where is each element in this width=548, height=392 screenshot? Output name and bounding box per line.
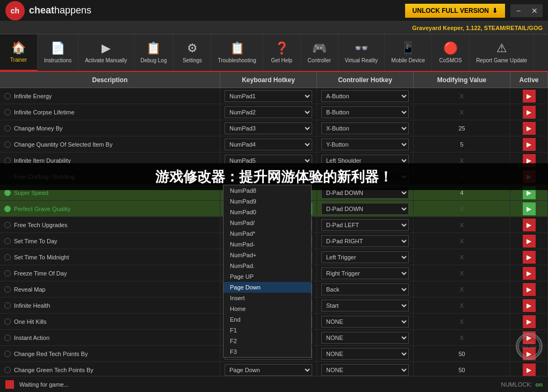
nav-controller-label: Controller: [308, 57, 331, 64]
activate-button[interactable]: ▶: [523, 315, 536, 328]
row-active: ▶: [510, 136, 548, 152]
controller-select[interactable]: D-Pad RIGHT: [321, 235, 409, 247]
overlay-text: 游戏修改器：提升网游体验的新利器！: [155, 168, 393, 186]
nav-mobile[interactable]: 📱 Mobile Device: [385, 34, 432, 71]
keyboard-select[interactable]: Page Down: [225, 364, 312, 376]
unlock-button[interactable]: UNLOCK FULL VERSION ⬇: [405, 4, 505, 18]
activate-button[interactable]: ▶: [523, 235, 536, 248]
row-active: ▶: [510, 201, 548, 216]
activate-button[interactable]: ▶: [523, 299, 536, 312]
minimize-button[interactable]: −: [510, 4, 527, 17]
activate-button[interactable]: ▶: [523, 267, 536, 280]
nav-troubleshoot[interactable]: 📋 Troubleshooting: [211, 34, 263, 71]
row-value: X: [414, 201, 510, 216]
nav-controller[interactable]: 🎮 Controller: [301, 34, 338, 71]
nav-report[interactable]: ⚠ Report Game Update: [470, 34, 534, 71]
dropdown-item[interactable]: NumPad/: [223, 217, 311, 228]
nav-mobile-label: Mobile Device: [391, 57, 425, 64]
status-dot: [4, 238, 11, 244]
activate-button[interactable]: ▶: [523, 364, 536, 376]
controller-select[interactable]: Start: [321, 300, 409, 311]
controller-select[interactable]: NONE: [321, 348, 409, 360]
table-row: Infinite Energy NumPad1 A-Button X ▶: [0, 88, 548, 104]
row-value: 25: [414, 120, 510, 136]
activate-button[interactable]: ▶: [523, 251, 536, 264]
close-button[interactable]: ✕: [527, 4, 543, 17]
dropdown-item[interactable]: Page UP: [223, 271, 311, 282]
activate-button[interactable]: ▶: [523, 90, 536, 103]
dropdown-item[interactable]: F3: [223, 346, 311, 357]
col-modifying: Modifying Value: [414, 72, 510, 88]
nav-gethelp[interactable]: ❓ Get Help: [263, 34, 301, 71]
nav-debug[interactable]: 📋 Debug Log: [134, 34, 174, 71]
dropdown-item[interactable]: NumPad*: [223, 228, 311, 239]
dropdown-item[interactable]: NumPad-: [223, 239, 311, 250]
dropdown-item[interactable]: End: [223, 314, 311, 325]
table-row: Change Green Tech Points By Page Down NO…: [0, 362, 548, 376]
doc-icon: 📄: [51, 41, 65, 55]
dropdown-item[interactable]: NumPad.: [223, 260, 311, 271]
controller-select[interactable]: X-Button: [321, 122, 409, 134]
controller-select[interactable]: NONE: [321, 332, 409, 344]
row-controller: D-Pad LEFT: [317, 217, 414, 233]
row-controller: Back: [317, 281, 414, 297]
table-row: Change Money By NumPad3 X-Button 25 ▶: [0, 120, 548, 136]
status-indicator: [5, 380, 14, 389]
activate-button[interactable]: ▶: [523, 283, 536, 296]
top-right-area: UNLOCK FULL VERSION ⬇ − ✕: [405, 4, 543, 18]
dropdown-item[interactable]: F1: [223, 325, 311, 336]
controller-select[interactable]: Left Trigger: [321, 251, 409, 263]
row-desc: Set Time To Day: [0, 233, 220, 249]
top-bar: ch cheathappens UNLOCK FULL VERSION ⬇ − …: [0, 0, 548, 21]
dropdown-item[interactable]: NumPad8: [223, 185, 311, 196]
controller-select[interactable]: D-Pad DOWN: [321, 203, 409, 215]
nav-activate[interactable]: ▶ Activate Manually: [78, 34, 134, 71]
numlock-label: NUMLOCK:: [501, 381, 532, 388]
nav-settings[interactable]: ⚙ Settings: [174, 34, 211, 71]
activate-button[interactable]: ▶: [523, 202, 536, 215]
dropdown-item[interactable]: NumPad+: [223, 250, 311, 260]
nav-cosmos[interactable]: 🔴 CoSMOS: [432, 34, 470, 71]
dropdown-item[interactable]: Home: [223, 303, 311, 314]
row-value: X: [414, 281, 510, 297]
row-controller: NONE: [317, 346, 414, 361]
row-active: ▶: [510, 314, 548, 329]
dropdown-item-selected[interactable]: Page Down: [223, 282, 311, 293]
row-active: ▶: [510, 104, 548, 120]
activate-button[interactable]: ▶: [523, 138, 536, 151]
dropdown-item[interactable]: NumPad0: [223, 207, 311, 217]
row-value: X: [414, 330, 510, 345]
controller-select[interactable]: B-Button: [321, 106, 409, 118]
activate-button[interactable]: ▶: [523, 106, 536, 119]
dropdown-item[interactable]: NumPad9: [223, 196, 311, 207]
status-dot: [4, 270, 11, 277]
col-description: Description: [0, 72, 220, 88]
controller-select[interactable]: NONE: [321, 316, 409, 328]
activate-button[interactable]: ▶: [523, 122, 536, 135]
controller-select[interactable]: A-Button: [321, 90, 409, 102]
keyboard-dropdown[interactable]: NumPad8 NumPad9 NumPad0 NumPad/ NumPad* …: [223, 185, 312, 358]
row-keyboard: NumPad4: [220, 136, 317, 152]
controller-select[interactable]: Right Trigger: [321, 267, 409, 279]
controller-select[interactable]: Back: [321, 284, 409, 295]
keyboard-select[interactable]: NumPad4: [225, 139, 312, 150]
dropdown-item[interactable]: Insert: [223, 293, 311, 303]
status-dot: [4, 109, 11, 115]
keyboard-select[interactable]: NumPad2: [225, 106, 312, 118]
row-keyboard: NumPad3: [220, 120, 317, 136]
row-controller: NONE: [317, 362, 414, 376]
keyboard-select[interactable]: NumPad3: [225, 122, 312, 134]
row-desc: One Hit Kills: [0, 314, 220, 329]
status-dot: [4, 335, 11, 341]
troubleshoot-icon: 📋: [230, 41, 244, 55]
keyboard-select[interactable]: NumPad1: [225, 90, 312, 102]
dropdown-item[interactable]: F2: [223, 336, 311, 346]
nav-trainer[interactable]: 🏠 Trainer: [0, 34, 38, 71]
controller-select[interactable]: NONE: [321, 364, 409, 376]
activate-button[interactable]: ▶: [523, 219, 536, 231]
nav-vr[interactable]: 👓 Virtual Reality: [338, 34, 385, 71]
cosmos-icon: 🔴: [443, 41, 458, 55]
controller-select[interactable]: Y-Button: [321, 139, 409, 150]
controller-select[interactable]: D-Pad LEFT: [321, 219, 409, 231]
nav-instructions[interactable]: 📄 Instructions: [38, 34, 78, 71]
